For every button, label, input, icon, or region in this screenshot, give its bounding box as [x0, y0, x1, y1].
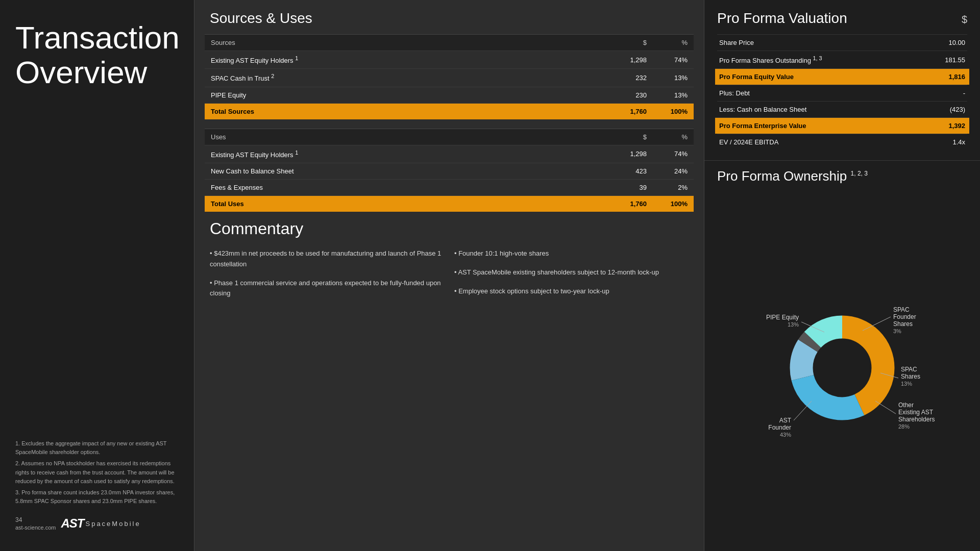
svg-text:Other: Other: [898, 402, 914, 409]
svg-text:PIPE Equity: PIPE Equity: [766, 314, 799, 321]
valuation-row: EV / 2024E EBITDA 1.4x: [717, 134, 967, 150]
sources-uses-title: Sources & Uses: [194, 0, 704, 34]
valuation-row-highlight: Pro Forma Equity Value 1,816: [715, 68, 969, 85]
ownership-title: Pro Forma Ownership 1, 2, 3: [717, 168, 967, 184]
commentary-col-1: $423mm in net proceeds to be used for ma…: [210, 248, 444, 307]
table-row: SPAC Cash in Trust 2 232 13%: [205, 68, 694, 86]
uses-col-pct: %: [647, 133, 688, 141]
commentary-title: Commentary: [210, 219, 689, 238]
donut-chart-area: PIPE Equity 13% SPAC Founder Shares 3% S…: [717, 192, 967, 543]
svg-text:3%: 3%: [893, 328, 901, 334]
table-row: New Cash to Balance Sheet 423 24%: [205, 163, 694, 179]
uses-col-dollar: $: [596, 133, 647, 141]
table-row: Fees & Expenses 39 2%: [205, 179, 694, 195]
right-panel: Pro Forma Valuation $ Share Price 10.00 …: [704, 0, 980, 551]
svg-text:Founder: Founder: [893, 313, 916, 320]
svg-text:13%: 13%: [788, 321, 799, 328]
commentary-section: Commentary $423mm in net proceeds to be …: [194, 212, 704, 551]
svg-text:28%: 28%: [898, 423, 910, 430]
sources-table: Sources $ % Existing AST Equity Holders …: [194, 34, 704, 212]
svg-text:Shares: Shares: [901, 373, 920, 380]
ast-logo: AST SpaceMobile: [61, 516, 140, 531]
valuation-row-highlight: Pro Forma Enterprise Value 1,392: [715, 117, 969, 134]
valuation-row: Pro Forma Shares Outstanding 1, 3 181.55: [717, 51, 967, 68]
page-title: Transaction Overview: [15, 20, 179, 90]
table-row: Existing AST Equity Holders 1 1,298 74%: [205, 145, 694, 163]
svg-line-23: [794, 401, 812, 420]
svg-line-18: [875, 401, 896, 414]
pf-dollar-sign: $: [962, 14, 967, 26]
svg-text:Existing AST: Existing AST: [898, 409, 934, 416]
left-panel: Transaction Overview 1. Excludes the agg…: [0, 0, 194, 551]
svg-point-5: [815, 340, 870, 395]
footnotes: 1. Excludes the aggregate impact of any …: [15, 439, 179, 506]
logo-area: 34 ast-science.com AST SpaceMobile: [15, 516, 179, 531]
sources-col-dollar: $: [596, 39, 647, 46]
pro-forma-ownership-section: Pro Forma Ownership 1, 2, 3: [704, 161, 980, 551]
svg-text:AST: AST: [779, 417, 792, 424]
page-number: 34: [15, 516, 56, 523]
pro-forma-valuation-section: Pro Forma Valuation $ Share Price 10.00 …: [704, 0, 980, 161]
svg-text:SPAC: SPAC: [893, 306, 910, 313]
svg-text:SPAC: SPAC: [901, 366, 917, 373]
svg-text:Shareholders: Shareholders: [898, 416, 935, 423]
pf-valuation-title: Pro Forma Valuation: [717, 10, 847, 27]
total-uses-row: Total Uses 1,760 100%: [205, 195, 694, 212]
uses-label: Uses: [211, 133, 596, 141]
commentary-col-2: Founder 10:1 high-vote shares AST SpaceM…: [454, 248, 689, 307]
donut-chart: PIPE Equity 13% SPAC Founder Shares 3% S…: [745, 294, 939, 442]
sources-label: Sources: [211, 39, 596, 46]
spacer-row: [205, 119, 694, 129]
table-row: PIPE Equity 230 13%: [205, 87, 694, 103]
table-row: Existing AST Equity Holders 1 1,298 74%: [205, 51, 694, 68]
commentary-columns: $423mm in net proceeds to be used for ma…: [210, 248, 689, 307]
valuation-row: Share Price 10.00: [717, 34, 967, 51]
valuation-row: Plus: Debt -: [717, 85, 967, 101]
sources-col-pct: %: [647, 39, 688, 46]
uses-header: Uses $ %: [205, 129, 694, 145]
valuation-row: Less: Cash on Balance Sheet (423): [717, 101, 967, 117]
total-sources-row: Total Sources 1,760 100%: [205, 103, 694, 119]
svg-text:Founder: Founder: [768, 424, 791, 431]
svg-text:43%: 43%: [780, 432, 791, 438]
svg-text:Shares: Shares: [893, 320, 913, 328]
svg-text:13%: 13%: [901, 381, 912, 387]
sources-header: Sources $ %: [205, 34, 694, 51]
website-link: ast-science.com: [15, 524, 56, 531]
center-panel: Sources & Uses Sources $ % Existing AST …: [194, 0, 704, 551]
